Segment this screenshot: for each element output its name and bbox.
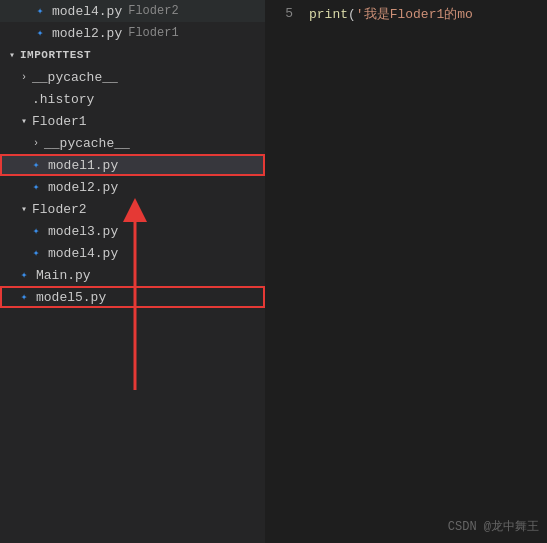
file-model3py[interactable]: ✦ model3.py <box>0 220 265 242</box>
file-label: model4.py <box>52 4 122 19</box>
file-label: model5.py <box>36 290 106 305</box>
python-file-icon: ✦ <box>28 223 44 239</box>
file-label: model2.py <box>48 180 118 195</box>
list-item[interactable]: ✦ model4.py Floder2 <box>0 0 265 22</box>
file-model4py[interactable]: ✦ model4.py <box>0 242 265 264</box>
editor-panel: 5 print('我是Floder1的mo CSDN @龙中舞王 <box>265 0 547 543</box>
watermark: CSDN @龙中舞王 <box>448 518 539 535</box>
folder-floder1[interactable]: ▾ Floder1 <box>0 110 265 132</box>
folder-label: .history <box>32 92 94 107</box>
folder-label: Floder1 <box>32 114 87 129</box>
folder-floder2[interactable]: ▾ Floder2 <box>0 198 265 220</box>
folder-pycache-top[interactable]: › __pycache__ <box>0 66 265 88</box>
chevron-down-icon: ▾ <box>4 49 20 61</box>
watermark-text: CSDN @龙中舞王 <box>448 520 539 534</box>
folder-pycache-inner[interactable]: › __pycache__ <box>0 132 265 154</box>
file-mainpy[interactable]: ✦ Main.py <box>0 264 265 286</box>
chevron-down-icon: ▾ <box>16 115 32 127</box>
file-sublabel: Floder2 <box>128 4 178 18</box>
code-function: print <box>309 7 348 22</box>
file-label: model4.py <box>48 246 118 261</box>
file-label: Main.py <box>36 268 91 283</box>
python-file-icon: ✦ <box>28 157 44 173</box>
folder-importtest[interactable]: ▾ IMPORTTEST <box>0 44 265 66</box>
folder-label: __pycache__ <box>44 136 130 151</box>
chevron-right-icon: › <box>16 72 32 83</box>
folder-label: IMPORTTEST <box>20 49 91 61</box>
python-file-icon: ✦ <box>16 289 32 305</box>
folder-history[interactable]: › .history <box>0 88 265 110</box>
python-file-icon: ✦ <box>16 267 32 283</box>
python-file-icon: ✦ <box>28 245 44 261</box>
code-content: print('我是Floder1的mo <box>309 5 473 23</box>
file-label: model1.py <box>48 158 118 173</box>
chevron-down-icon: ▾ <box>16 203 32 215</box>
file-model5py[interactable]: ✦ model5.py <box>0 286 265 308</box>
list-item[interactable]: ✦ model2.py Floder1 <box>0 22 265 44</box>
chevron-right-icon: › <box>28 138 44 149</box>
sidebar-tree: ✦ model4.py Floder2 ✦ model2.py Floder1 … <box>0 0 265 543</box>
code-line: 5 print('我是Floder1的mo <box>273 4 539 23</box>
file-model1py[interactable]: ✦ model1.py <box>0 154 265 176</box>
line-number: 5 <box>273 6 293 21</box>
file-label: model2.py <box>52 26 122 41</box>
file-model2py[interactable]: ✦ model2.py <box>0 176 265 198</box>
python-file-icon: ✦ <box>32 25 48 41</box>
sidebar: ✦ model4.py Floder2 ✦ model2.py Floder1 … <box>0 0 265 543</box>
python-file-icon: ✦ <box>28 179 44 195</box>
file-label: model3.py <box>48 224 118 239</box>
folder-label: __pycache__ <box>32 70 118 85</box>
code-string: '我是Floder1的mo <box>356 7 473 22</box>
folder-label: Floder2 <box>32 202 87 217</box>
file-sublabel: Floder1 <box>128 26 178 40</box>
python-file-icon: ✦ <box>32 3 48 19</box>
